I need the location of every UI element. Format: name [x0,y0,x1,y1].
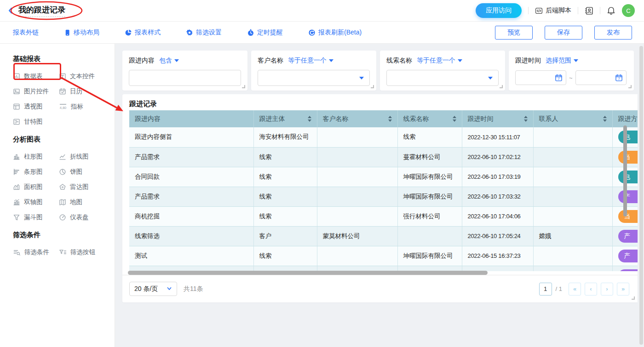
dual-axis-icon [13,199,20,206]
sidebar-item-label: 条形图 [24,168,43,176]
sidebar-item-筛选条件[interactable]: 筛选条件 [13,248,59,256]
table-row[interactable]: 产品需求线索坤曜国际有限公司2022-06-10 17:03:32产 [129,187,638,206]
filter-operator-dropdown[interactable]: 包含 [159,57,179,65]
chevron-down-icon [329,59,334,62]
table-row[interactable]: 跟进内容侧首海安材料有限公司线索2022-12-30 15:11:07电 [129,127,638,147]
date-start-input[interactable]: 7 [515,70,566,85]
action-button-发布[interactable]: 发布 [594,26,632,40]
sidebar-item-地图[interactable]: 地图 [59,198,105,206]
sort-icon[interactable] [524,116,528,122]
filter-select[interactable] [258,70,370,86]
sidebar-item-面积图[interactable]: 面积图 [13,182,59,191]
sidebar-item-条形图[interactable]: 条形图 [13,167,59,176]
column-header-跟进主体[interactable]: 跟进主体 [253,110,317,127]
line-chart-icon [59,153,66,160]
cell-客户名称 [317,167,397,187]
column-header-跟进方式[interactable]: 跟进方式 [612,110,638,127]
resize-handle[interactable] [371,85,374,88]
toolbar-item-label: 移动布局 [74,28,99,37]
filter-operator-dropdown[interactable]: 等于任意一个 [417,57,462,65]
toolbar-item-label: 报表样式 [135,28,161,37]
sidebar-item-双轴图[interactable]: 双轴图 [13,198,59,206]
filter-operator-dropdown[interactable]: 等于任意一个 [288,57,334,65]
table-row[interactable]: 合同回款线索坤曜国际有限公司2022-06-10 17:03:19电 [129,167,638,187]
toolbar-item-报表外链[interactable]: 报表外链 [13,28,39,37]
filter-card-跟进内容: 跟进内容包含 [122,51,247,91]
contacts-icon[interactable] [585,6,593,15]
table-header-row: 跟进内容跟进主体客户名称线索名称跟进时间联系人跟进方式 [129,110,638,127]
column-header-客户名称[interactable]: 客户名称 [317,110,397,127]
table-row[interactable]: 测试线索坤曜国际有限公司2022-06-15 16:37:23产 [129,246,638,266]
notification-bell-icon[interactable] [607,6,615,15]
last-page-button[interactable]: » [617,283,629,296]
filter-select[interactable] [386,70,499,86]
sort-asc-icon [524,116,528,118]
sidebar-item-柱形图[interactable]: 柱形图 [13,152,59,161]
back-button[interactable] [6,6,15,15]
next-page-button[interactable]: › [601,283,613,296]
cell-联系人 [533,266,612,271]
resize-handle[interactable] [628,85,632,88]
prev-page-button[interactable]: ‹ [585,283,597,296]
sort-icon[interactable] [453,116,456,122]
sidebar-item-文本控件[interactable]: 文本控件 [59,72,105,80]
sidebar-item-甘特图[interactable]: 甘特图 [13,117,59,126]
toolbar-item-移动布局[interactable]: 移动布局 [64,28,99,37]
toolbar-item-label: 筛选设置 [196,28,222,37]
sidebar-item-漏斗图[interactable]: 漏斗图 [13,213,59,222]
backend-script-button[interactable]: 后端脚本 [535,6,571,15]
filter-operator-dropdown[interactable]: 选择范围 [546,57,578,65]
cell-跟进主体: 客户 [253,226,317,246]
action-button-保存[interactable]: 保存 [545,26,582,40]
cell-跟进内容: 产品需求 [129,147,253,167]
page-size-select[interactable]: 20 条/页 [129,282,177,296]
column-header-线索名称[interactable]: 线索名称 [397,110,462,127]
first-page-button[interactable]: « [569,283,581,296]
filter-text-input[interactable] [129,70,241,86]
table-row[interactable]: 线索筛选客户蒙莫材料公司2022-06-10 17:05:24嫦娥产 [129,226,638,246]
sidebar-item-label: 图片控件 [24,87,49,96]
sidebar-item-饼图[interactable]: 饼图 [59,167,105,176]
cell-客户名称 [317,187,397,206]
app-access-button[interactable]: 应用访问 [476,3,522,18]
page-input[interactable]: 1 [539,283,552,296]
sidebar-item-雷达图[interactable]: 雷达图 [59,182,105,191]
resize-handle[interactable] [632,296,635,300]
sidebar-item-筛选按钮[interactable]: 筛选按钮 [59,248,105,256]
column-header-跟进时间[interactable]: 跟进时间 [462,110,533,127]
sidebar-item-日历[interactable]: 日历 [59,87,105,96]
toolbar-item-定时提醒[interactable]: 定时提醒 [247,28,283,37]
page-scrollbar[interactable] [639,46,643,345]
sort-icon[interactable] [603,116,607,122]
pivot-icon [13,103,20,110]
sidebar-item-label: 数据表 [24,72,43,80]
column-header-label: 客户名称 [323,115,349,123]
sidebar-item-仪表盘[interactable]: 仪表盘 [59,213,105,222]
date-end-input[interactable]: 7 [575,70,627,85]
sidebar-item-图片控件[interactable]: 图片控件 [13,87,59,96]
page-title[interactable]: 我的跟进记录 [18,5,65,17]
radar-chart-icon [59,183,66,191]
toolbar-item-报表刷新(Beta)[interactable]: 报表刷新(Beta) [308,28,362,37]
toolbar-item-报表样式[interactable]: 报表样式 [125,28,161,37]
divider [600,7,600,14]
toolbar-item-筛选设置[interactable]: 筛选设置 [186,28,222,37]
sidebar-item-数据表[interactable]: 数据表 [13,72,59,80]
column-header-联系人[interactable]: 联系人 [533,110,612,127]
sort-icon[interactable] [388,116,392,122]
column-header-跟进内容: 跟进内容 [129,110,253,127]
resize-handle[interactable] [500,85,503,88]
sidebar-item-指标[interactable]: 4,80指标 [59,102,105,111]
table-row[interactable]: 商机挖掘线索强行材料公司2022-06-10 17:04:06当 [129,206,638,226]
table-row[interactable]: 产品需求线索蔓霍材料公司2022-06-10 17:02:12当 [129,147,638,167]
gear-icon [186,29,193,36]
sidebar-item-透视图[interactable]: 透视图 [13,102,59,111]
sidebar-item-label: 柱形图 [24,153,43,161]
avatar[interactable]: C [622,4,635,17]
action-button-预览[interactable]: 预览 [495,26,533,40]
sidebar-item-折线图[interactable]: 折线图 [59,152,105,161]
resize-handle[interactable] [242,85,245,88]
table-vertical-scrollbar[interactable] [623,125,627,216]
sort-icon[interactable] [308,116,311,122]
horizontal-scrollbar[interactable] [128,271,488,275]
